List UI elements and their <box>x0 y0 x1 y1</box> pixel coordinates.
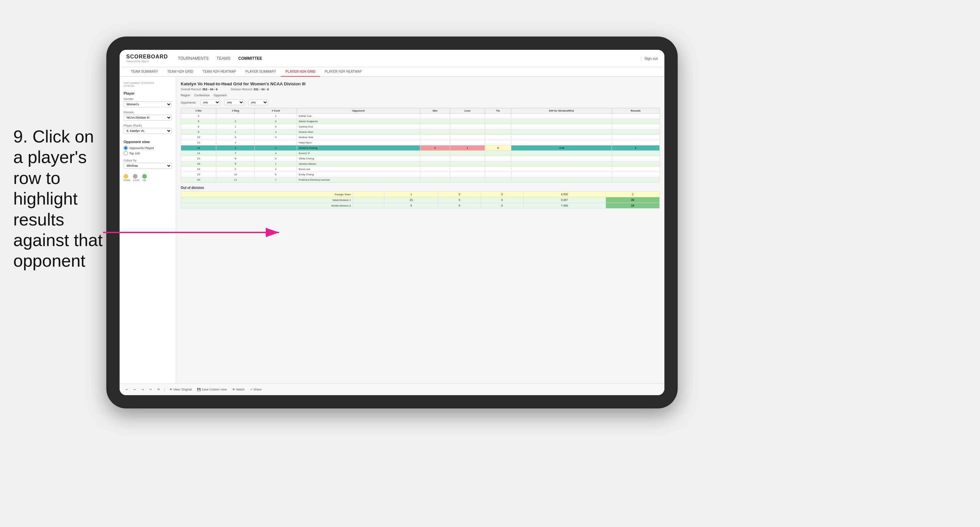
ood-data-cell: 0 <box>438 203 481 208</box>
table-cell: 1 <box>450 146 485 151</box>
table-cell <box>450 151 485 156</box>
save-custom-view-btn[interactable]: 💾 Save Custom View <box>196 387 228 392</box>
table-cell <box>612 172 659 177</box>
undo-btn[interactable]: ↩ <box>124 387 130 392</box>
table-cell <box>450 135 485 140</box>
tab-team-summary[interactable]: TEAM SUMMARY <box>126 67 163 77</box>
table-cell <box>511 119 612 124</box>
table-cell: 13 <box>181 146 216 151</box>
redo-btn[interactable]: ↩ <box>132 387 138 392</box>
main-grid-table: # Div # Reg # Conf Opponent Win Loss Tie… <box>181 108 660 183</box>
gender-label: Gender <box>124 97 172 101</box>
table-row[interactable]: 1822Euna Lee <box>181 167 660 172</box>
player-rank-select[interactable]: 8. Katelyn Vo <box>124 128 172 134</box>
table-row[interactable]: 131Haeji Hyun <box>181 140 660 146</box>
opponents-filters: Opponents: (All) (All) (All) <box>181 100 660 105</box>
table-cell <box>612 156 659 161</box>
toolbar-sep: | <box>164 387 165 392</box>
table-cell: 9 <box>181 130 216 135</box>
table-row[interactable]: 19106Emily Chang <box>181 172 660 177</box>
table-row[interactable]: 522Alexis Sudjianto <box>181 119 660 124</box>
tablet-screen: SCOREBOARD Powered by clipp'd TOURNAMENT… <box>119 50 664 395</box>
table-cell <box>485 156 511 161</box>
table-cell: 8 <box>216 156 255 161</box>
grid-title: Katelyn Vo Head-to-Head Grid for Women's… <box>181 81 660 86</box>
table-cell: Emily Chang <box>297 172 420 177</box>
table-row[interactable]: 1474Eunice Yi <box>181 151 660 156</box>
navbar-separator: | <box>641 56 642 61</box>
filter-region: Region <box>181 94 190 97</box>
table-cell: 13 <box>181 140 216 146</box>
table-cell <box>485 172 511 177</box>
sign-out-button[interactable]: Sign out <box>644 56 658 60</box>
gender-select[interactable]: Women's <box>124 101 172 107</box>
table-cell: 19 <box>181 172 216 177</box>
table-row[interactable]: 1063Andrea York <box>181 135 660 140</box>
table-cell <box>511 177 612 183</box>
view-original-btn[interactable]: 👁 View: Original <box>168 387 193 392</box>
table-cell <box>216 114 255 119</box>
opponents-filter-opponent[interactable]: (All) <box>248 100 268 105</box>
ood-data-cell: 5 <box>384 203 438 208</box>
table-cell: Federica Domecq Lacroze <box>297 177 420 183</box>
out-of-division-title: Out of division <box>181 186 660 190</box>
division-label: Division <box>124 111 172 114</box>
nav-tournaments[interactable]: TOURNAMENTS <box>178 55 208 62</box>
ood-data-cell: 30 <box>606 197 659 203</box>
ood-table-row[interactable]: NCAA Division 25007.40010 <box>181 203 660 208</box>
table-cell <box>420 130 450 135</box>
sub-tabs: TEAM SUMMARY TEAM H2H GRID TEAM H2H HEAT… <box>119 67 664 77</box>
out-of-division-table: Foreign Team1004.5002NAIA Division 11500… <box>181 191 660 208</box>
watch-icon: 👁 <box>232 388 235 391</box>
opponents-filter-conference[interactable]: (All) <box>224 100 244 105</box>
region-label: Region <box>181 94 190 97</box>
ood-data-cell: 0 <box>438 192 481 197</box>
table-row[interactable]: 613Sydney Kuo <box>181 124 660 130</box>
top100-option[interactable]: Top 100 <box>124 151 172 156</box>
opponents-filter-region[interactable]: (All) <box>200 100 220 105</box>
table-cell: Jessica Huang <box>297 146 420 151</box>
opponents-played-option[interactable]: Opponents Played <box>124 146 172 150</box>
tab-team-h2h-grid[interactable]: TEAM H2H GRID <box>163 67 198 77</box>
tab-player-h2h-heatmap[interactable]: PLAYER H2H HEATMAP <box>320 67 366 77</box>
nav-committee[interactable]: COMMITTEE <box>238 55 262 62</box>
last-updated: Last Updated: 27/03/2024 16:55:38 <box>124 81 172 87</box>
watch-btn[interactable]: 👁 Watch <box>231 387 246 392</box>
tab-team-h2h-heatmap[interactable]: TEAM H2H HEATMAP <box>198 67 241 77</box>
table-row[interactable]: 1311Jessica Huang010-3.002 <box>181 146 660 151</box>
tablet-shell: SCOREBOARD Powered by clipp'd TOURNAMENT… <box>106 37 678 408</box>
redo2-btn[interactable]: ↪ <box>140 387 145 392</box>
ood-data-cell: 0 <box>481 192 523 197</box>
opponent-view-title: Opponent view <box>124 140 172 144</box>
tab-player-h2h-grid[interactable]: PLAYER H2H GRID <box>281 67 320 77</box>
table-cell: 3 <box>255 124 297 130</box>
table-cell <box>420 177 450 183</box>
col-div: # Div <box>181 108 216 114</box>
table-row[interactable]: 20117Federica Domecq Lacroze <box>181 177 660 183</box>
table-cell <box>255 140 297 146</box>
ood-table-row[interactable]: NAIA Division 115009.26730 <box>181 197 660 203</box>
left-panel: Last Updated: 27/03/2024 16:55:38 Player… <box>119 77 176 383</box>
table-cell: 2 <box>255 167 297 172</box>
table-row[interactable]: 1585Stella Cheng <box>181 156 660 161</box>
table-row[interactable]: 914Sharon Mun <box>181 130 660 135</box>
tab-player-summary[interactable]: PLAYER SUMMARY <box>241 67 281 77</box>
table-cell: 18 <box>181 167 216 172</box>
nav-teams[interactable]: TEAMS <box>216 55 230 62</box>
ood-data-cell: 1 <box>384 192 438 197</box>
ood-data-cell: 7.400 <box>523 203 606 208</box>
table-cell: 11 <box>216 177 255 183</box>
ood-table-row[interactable]: Foreign Team1004.5002 <box>181 192 660 197</box>
division-select[interactable]: NCAA Division III <box>124 114 172 121</box>
cut-btn[interactable]: ✂ <box>148 387 153 392</box>
colour-by-select[interactable]: Win/loss <box>124 163 172 169</box>
col-diff: Diff Av Strokes/Rnd <box>511 108 612 114</box>
eye-icon: 👁 <box>169 388 172 391</box>
table-header-row: # Div # Reg # Conf Opponent Win Loss Tie… <box>181 108 660 114</box>
table-cell: 14 <box>181 151 216 156</box>
share-btn[interactable]: ↗ Share <box>248 387 263 392</box>
view-original-label: View: Original <box>173 388 192 391</box>
table-row[interactable]: 1691Jessica Mason <box>181 161 660 167</box>
table-row[interactable]: 31Esther Lee <box>181 114 660 119</box>
refresh-btn[interactable]: ⟳ <box>156 387 161 392</box>
